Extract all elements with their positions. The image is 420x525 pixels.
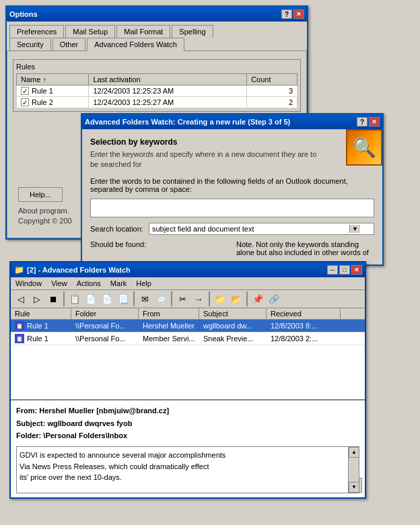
- toolbar-copy-btn[interactable]: 📋: [67, 291, 82, 306]
- toolbar-stop-btn[interactable]: ⏹: [46, 291, 61, 306]
- menu-view[interactable]: View: [49, 279, 69, 288]
- row2-folder: \\Personal Fo...: [71, 332, 139, 345]
- afw-title-icon: 📁: [13, 265, 24, 275]
- menu-help[interactable]: Help: [134, 279, 153, 288]
- col-count: Count: [247, 74, 298, 85]
- afw-menubar: Window View Actions Mark Help: [11, 277, 365, 290]
- toolbar-back-btn[interactable]: ◁: [13, 291, 28, 306]
- toolbar-sep2: [133, 291, 135, 306]
- afw-maximize-btn[interactable]: □: [339, 265, 350, 275]
- row2-received: 12/8/2003 2:...: [267, 332, 341, 345]
- scroll-track: [349, 458, 359, 482]
- col-name: Name ↑: [17, 74, 89, 85]
- preview-body: GDVI is expected to announce several maj…: [16, 446, 359, 493]
- should-be-found-left: Should be found:: [90, 240, 228, 256]
- search-location-dropdown[interactable]: subject field and document text ▼: [149, 223, 374, 235]
- preview-folder-row: Folder: \Personal Folders\Inbox: [16, 429, 359, 442]
- search-location-row: Search location: subject field and docum…: [90, 223, 374, 235]
- preview-body-text: GDVI is expected to announce several maj…: [20, 451, 225, 481]
- rule-icon: 📋: [15, 321, 24, 330]
- search-location-label: Search location:: [90, 225, 143, 233]
- afw-main-title: [2] - Advanced Folders Watch: [27, 266, 327, 274]
- options-tabs-container: Preferences Mail Setup Mail Format Spell…: [7, 22, 307, 50]
- toolbar-sep4: [209, 291, 210, 306]
- toolbar-fwd-btn[interactable]: ▷: [30, 291, 44, 306]
- row2-subject: Sneak Previe...: [199, 332, 267, 345]
- afw-close-btn[interactable]: ✕: [351, 265, 362, 275]
- row1-from: Hershel Mueller: [139, 320, 199, 332]
- folder-value: \Personal Folders\Inbox: [43, 431, 127, 440]
- toolbar-sep5: [246, 291, 248, 306]
- toolbar-save-btn[interactable]: 📃: [116, 291, 131, 306]
- rule2-checkbox[interactable]: ✓: [21, 98, 29, 106]
- from-value: Hershel Mueller [nbmjuiw@brand.cz]: [39, 407, 169, 415]
- options-help-btn[interactable]: ?: [281, 9, 292, 19]
- table-row[interactable]: ✓ Rule 2 12/24/2003 12:25:27 AM 2: [17, 97, 298, 108]
- preview-from-row: From: Hershel Mueller [nbmjuiw@brand.cz]: [16, 405, 359, 417]
- from-label: From:: [16, 407, 37, 415]
- tab-advanced-folders-watch[interactable]: Advanced Folders Watch: [87, 38, 184, 51]
- list-header: Rule Folder From Subject Recieved: [11, 308, 365, 320]
- list-row[interactable]: 📋 Rule 1 \\Personal Fo... Member Servi..…: [11, 332, 365, 345]
- afw-main-window: 📁 [2] - Advanced Folders Watch ─ □ ✕ Win…: [9, 261, 366, 499]
- toolbar-cut-btn[interactable]: ✂: [175, 291, 190, 306]
- tab-preferences[interactable]: Preferences: [9, 25, 64, 38]
- row1-rule: 📋 Rule 1: [11, 320, 71, 332]
- options-close-btn[interactable]: ✕: [293, 9, 304, 19]
- afwatch-help-btn[interactable]: ?: [357, 117, 368, 127]
- toolbar-folder-btn[interactable]: 📁: [213, 291, 228, 306]
- tab-spelling[interactable]: Spelling: [172, 25, 213, 38]
- rule1-count: 3: [247, 85, 298, 97]
- afw-minimize-btn[interactable]: ─: [327, 265, 338, 275]
- tab-security[interactable]: Security: [9, 38, 51, 51]
- tab-mail-setup[interactable]: Mail Setup: [65, 25, 115, 38]
- rule-name-cell: ✓ Rule 2: [17, 97, 89, 108]
- dropdown-arrow-icon: ▼: [349, 225, 360, 233]
- toolbar-send-btn[interactable]: 📨: [153, 291, 168, 306]
- afw-toolbar: ◁ ▷ ⏹ 📋 📄 📄 📃 ✉ 📨 ✂ → 📁 📂 📌 🔗: [11, 290, 365, 308]
- subject-label: Subject:: [16, 419, 45, 427]
- options-tabs-row1: Preferences Mail Setup Mail Format Spell…: [9, 24, 304, 37]
- should-be-found-note: Note. Not only the keywords standing alo…: [236, 240, 369, 256]
- row2-rule: 📋 Rule 1: [11, 332, 71, 345]
- rule2-activation: 12/24/2003 12:25:27 AM: [89, 97, 247, 108]
- rules-label: Rules: [16, 63, 298, 71]
- options-tabs-row2: Security Other Advanced Folders Watch: [9, 37, 304, 50]
- menu-window[interactable]: Window: [13, 279, 44, 288]
- row1-folder: \\Personal Fo...: [71, 320, 139, 332]
- keywords-input[interactable]: [90, 199, 374, 217]
- options-title: Options: [9, 10, 281, 18]
- list-row[interactable]: 📋 Rule 1 \\Personal Fo... Hershel Muelle…: [11, 320, 365, 332]
- menu-actions[interactable]: Actions: [75, 279, 103, 288]
- toolbar-open-btn[interactable]: 📄: [100, 291, 114, 306]
- section-desc: Enter the keywords and specify where in …: [90, 149, 326, 170]
- rule2-count: 2: [247, 97, 298, 108]
- toolbar-new-btn[interactable]: 📄: [83, 291, 98, 306]
- toolbar-pin-btn[interactable]: 📌: [250, 291, 265, 306]
- col-received: Recieved: [267, 308, 341, 319]
- tab-other[interactable]: Other: [53, 38, 86, 51]
- toolbar-open-folder-btn[interactable]: 📂: [229, 291, 244, 306]
- menu-mark[interactable]: Mark: [108, 279, 129, 288]
- preview-subject-row: Subject: wgllboard dwqrves fyob: [16, 417, 359, 430]
- tab-mail-format[interactable]: Mail Format: [116, 25, 170, 38]
- row2-from: Member Servi...: [139, 332, 199, 345]
- rules-table: Name ↑ Last activation Count ✓ Rule 1: [16, 73, 298, 108]
- row1-subject: wgllboard dw...: [199, 320, 267, 332]
- toolbar-mail-btn[interactable]: ✉: [137, 291, 152, 306]
- preview-header: From: Hershel Mueller [nbmjuiw@brand.cz]…: [16, 405, 359, 442]
- table-row[interactable]: ✓ Rule 1 12/24/2003 12:25:23 AM 3: [17, 85, 298, 97]
- scroll-down-btn[interactable]: ▼: [349, 482, 359, 493]
- preview-scrollbar: ▲ ▼: [348, 447, 359, 493]
- toolbar-link-btn[interactable]: 🔗: [267, 291, 281, 306]
- toolbar-move-btn[interactable]: →: [191, 291, 206, 306]
- rule1-checkbox[interactable]: ✓: [21, 87, 29, 95]
- afwatch-content: 🔍 Selection by keywords Enter the keywor…: [82, 129, 382, 265]
- should-be-found-right: Note. Not only the keywords standing alo…: [236, 240, 374, 256]
- rule1-name: Rule 1: [32, 87, 53, 95]
- options-help-button[interactable]: Help...: [18, 187, 63, 202]
- folder-label: Folder:: [16, 431, 41, 440]
- scroll-up-btn[interactable]: ▲: [349, 447, 359, 458]
- afwatch-dialog: Advanced Folders Watch: Creating a new r…: [81, 113, 384, 266]
- afwatch-close-btn[interactable]: ✕: [369, 117, 380, 127]
